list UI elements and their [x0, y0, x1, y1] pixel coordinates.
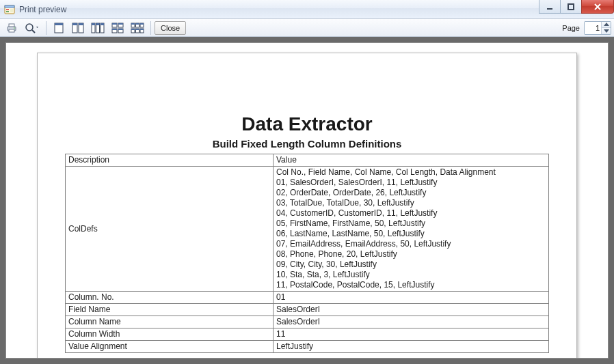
table-row: Column. No. 01 [66, 292, 549, 304]
doc-title: Data Extractor [65, 113, 549, 135]
coldefs-line: 07, EmailAddress, EmailAddress, 50, Left… [276, 239, 546, 249]
window-title: Print preview [19, 5, 66, 14]
cell-description: Column Width [66, 328, 273, 341]
toolbar-separator [150, 21, 151, 35]
toolbar: Close Page [0, 19, 614, 37]
svg-rect-1 [5, 5, 14, 8]
svg-rect-40 [136, 23, 139, 25]
page-number-spinner[interactable] [584, 21, 611, 35]
coldefs-line: Col No., Field Name, Col Name, Col Lengt… [276, 167, 546, 178]
doc-subtitle: Build Fixed Length Column Definitions [65, 138, 549, 150]
table-header-description: Description [66, 154, 273, 167]
app-icon [4, 4, 15, 15]
svg-rect-6 [568, 4, 574, 10]
minimize-button[interactable] [539, 0, 561, 14]
page-number-input[interactable] [585, 22, 601, 34]
svg-line-12 [32, 30, 35, 33]
cell-value: SalesOrderI [273, 304, 549, 316]
cell-description: Value Alignment [66, 341, 273, 353]
svg-rect-31 [112, 29, 117, 30]
svg-rect-32 [118, 29, 123, 30]
svg-rect-18 [79, 23, 83, 25]
preview-viewport: Data Extractor Build Fixed Length Column… [0, 37, 614, 364]
cell-value: LeftJustify [273, 341, 549, 353]
svg-rect-22 [92, 23, 95, 25]
cell-description: Column Name [66, 316, 273, 328]
coldefs-line: 08, Phone, Phone, 20, LeftJustify [276, 249, 546, 260]
svg-rect-2 [6, 9, 9, 10]
coldefs-line: 05, FirstName, FirstName, 50, LeftJustif… [276, 219, 546, 229]
coldefs-line: 04, CustomerID, CustomerID, 11, LeftJust… [276, 208, 546, 219]
svg-rect-39 [131, 23, 135, 25]
coldefs-line: 11, PostalCode, PostalCode, 15, LeftJust… [276, 280, 546, 290]
window-buttons [539, 0, 614, 14]
window-titlebar: Print preview [0, 0, 614, 19]
svg-point-10 [14, 27, 15, 29]
svg-rect-5 [547, 8, 552, 10]
print-button[interactable] [3, 20, 21, 36]
svg-rect-4 [10, 9, 13, 12]
svg-rect-14 [55, 23, 63, 25]
svg-rect-29 [112, 23, 117, 25]
cell-description: ColDefs [66, 167, 273, 292]
table-row: Value Alignment LeftJustify [66, 341, 549, 353]
cell-description: Field Name [66, 304, 273, 316]
view-four-pages-button[interactable] [109, 20, 126, 36]
coldefs-line: 09, City, City, 30, LeftJustify [276, 260, 546, 270]
svg-rect-30 [118, 23, 123, 25]
zoom-button[interactable] [22, 20, 42, 36]
svg-rect-23 [96, 23, 100, 25]
page-down-button[interactable] [602, 28, 611, 34]
preview-page: Data Extractor Build Fixed Length Column… [37, 53, 577, 359]
cell-description: Column. No. [66, 292, 273, 304]
svg-rect-44 [140, 29, 144, 30]
definitions-table: Description Value ColDefs Col No., Field… [65, 154, 549, 353]
cell-value: SalesOrderI [273, 316, 549, 328]
table-header-value: Value [273, 154, 549, 167]
svg-rect-3 [6, 11, 9, 12]
svg-rect-43 [136, 29, 139, 30]
table-row: Column Width 11 [66, 328, 549, 341]
view-six-pages-button[interactable] [128, 20, 147, 36]
svg-point-11 [26, 24, 33, 31]
svg-rect-42 [131, 29, 135, 30]
view-one-page-button[interactable] [50, 20, 68, 36]
svg-rect-24 [101, 23, 104, 25]
svg-rect-41 [140, 23, 144, 25]
toolbar-separator [46, 21, 46, 35]
coldefs-line: 02, OrderDate, OrderDate, 26, LeftJustif… [276, 188, 546, 198]
page-label: Page [562, 24, 580, 32]
coldefs-line: 01, SalesOrderI, SalesOrderI, 11, LeftJu… [276, 178, 546, 188]
close-preview-button[interactable]: Close [155, 21, 186, 35]
cell-value: Col No., Field Name, Col Name, Col Lengt… [273, 167, 549, 292]
svg-rect-17 [72, 23, 77, 25]
svg-rect-8 [9, 24, 14, 27]
coldefs-line: 10, Sta, Sta, 3, LeftJustify [276, 270, 546, 280]
cell-value: 11 [273, 328, 549, 341]
close-window-button[interactable] [581, 0, 614, 14]
coldefs-line: 03, TotalDue, TotalDue, 30, LeftJustify [276, 198, 546, 208]
page-up-button[interactable] [602, 22, 611, 29]
maximize-button[interactable] [560, 0, 582, 14]
table-row: Field Name SalesOrderI [66, 304, 549, 316]
table-row: ColDefs Col No., Field Name, Col Name, C… [66, 167, 549, 292]
view-three-pages-button[interactable] [88, 20, 107, 36]
cell-value: 01 [273, 292, 549, 304]
preview-canvas[interactable]: Data Extractor Build Fixed Length Column… [5, 42, 609, 359]
table-row: Column Name SalesOrderI [66, 316, 549, 328]
svg-rect-9 [9, 29, 14, 32]
view-two-pages-button[interactable] [69, 20, 87, 36]
coldefs-line: 06, LastName, LastName, 50, LeftJustify [276, 229, 546, 239]
